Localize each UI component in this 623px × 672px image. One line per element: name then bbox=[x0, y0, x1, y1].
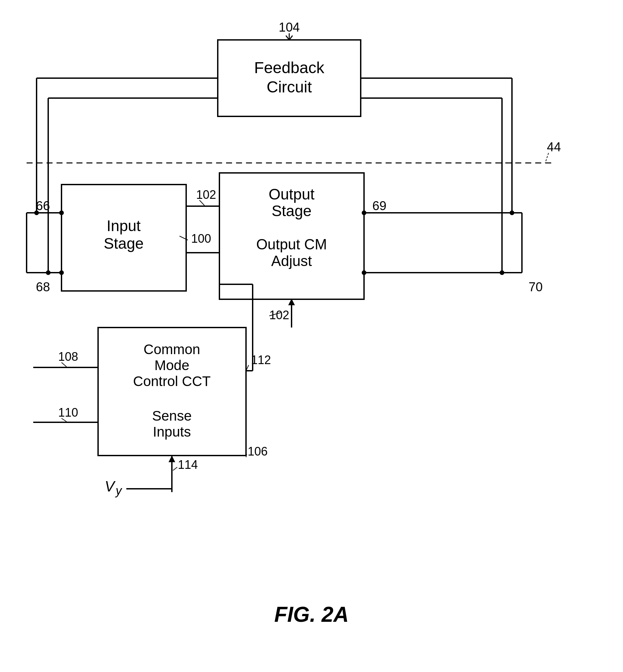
svg-text:Circuit: Circuit bbox=[267, 78, 312, 96]
svg-text:Stage: Stage bbox=[104, 235, 144, 252]
svg-text:104: 104 bbox=[278, 20, 299, 34]
svg-text:Input: Input bbox=[107, 217, 141, 234]
svg-text:69: 69 bbox=[372, 199, 386, 213]
svg-text:Output: Output bbox=[269, 185, 315, 203]
svg-text:Sense: Sense bbox=[152, 408, 191, 423]
svg-marker-74 bbox=[169, 456, 175, 462]
svg-text:Stage: Stage bbox=[272, 202, 312, 220]
svg-point-46 bbox=[34, 210, 39, 215]
svg-text:y: y bbox=[115, 484, 122, 497]
svg-point-34 bbox=[362, 210, 366, 215]
svg-text:110: 110 bbox=[58, 406, 78, 419]
svg-text:68: 68 bbox=[36, 280, 50, 294]
svg-point-49 bbox=[46, 270, 51, 275]
svg-text:Mode: Mode bbox=[154, 357, 189, 373]
svg-point-52 bbox=[510, 210, 514, 215]
figure-label: FIG. 2A bbox=[274, 603, 349, 626]
svg-text:Inputs: Inputs bbox=[153, 424, 191, 440]
svg-text:108: 108 bbox=[58, 350, 78, 363]
svg-line-76 bbox=[173, 467, 177, 470]
svg-text:70: 70 bbox=[529, 280, 542, 294]
svg-text:44: 44 bbox=[547, 140, 561, 154]
svg-text:114: 114 bbox=[178, 458, 198, 471]
svg-text:Adjust: Adjust bbox=[271, 253, 312, 269]
svg-line-25 bbox=[545, 153, 548, 163]
svg-point-27 bbox=[59, 210, 64, 215]
svg-text:Control CCT: Control CCT bbox=[133, 373, 210, 389]
svg-point-36 bbox=[362, 270, 366, 275]
svg-text:Common: Common bbox=[144, 342, 200, 357]
svg-text:Feedback: Feedback bbox=[254, 59, 325, 77]
circuit-diagram: Feedback Circuit 104 Input Stage 100 Out… bbox=[0, 0, 623, 672]
svg-point-55 bbox=[500, 270, 504, 275]
svg-text:112: 112 bbox=[251, 353, 271, 367]
svg-text:Output CM: Output CM bbox=[256, 236, 327, 252]
svg-text:102: 102 bbox=[196, 188, 216, 202]
svg-text:100: 100 bbox=[191, 232, 211, 245]
svg-text:106: 106 bbox=[248, 444, 268, 458]
svg-text:V: V bbox=[105, 478, 116, 494]
diagram-container: Feedback Circuit 104 Input Stage 100 Out… bbox=[0, 0, 623, 672]
svg-point-30 bbox=[59, 270, 64, 275]
